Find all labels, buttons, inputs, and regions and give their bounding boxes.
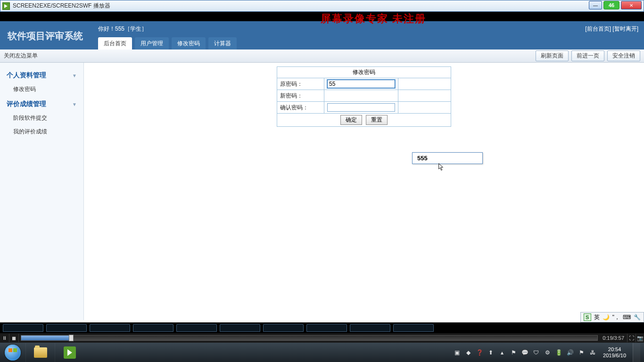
leave-link[interactable]: [暂时离开] [612,25,638,32]
window-titlebar: SCREEN2EXE/SCREEN2SWF 播放器 — 46 ✕ [0,0,644,12]
folder-icon [34,347,47,358]
comma-icon[interactable]: "， [612,313,620,321]
stub [90,324,130,332]
ime-lang[interactable]: 英 [594,313,600,321]
sidebar-item-my-grades[interactable]: 我的评价成绩 [0,125,83,139]
tab-user-manage[interactable]: 用户管理 [135,37,169,49]
form-title: 修改密码 [277,67,451,78]
toggle-sidebar-link[interactable]: 关闭左边菜单 [4,52,38,60]
show-desktop-button[interactable] [633,343,640,362]
reset-button[interactable]: 重置 [366,115,388,125]
tab-backend-home[interactable]: 后台首页 [98,37,132,49]
play-icon [64,346,76,359]
app-header: 屏幕录像专家 未注册 软件项目评审系统 你好！555［学生］ [前台首页] [暂… [0,21,644,49]
new-password-input[interactable] [327,91,395,100]
stub [306,324,347,332]
stub [393,324,434,332]
network-icon[interactable]: 🖧 [589,349,596,356]
body-wrap: 个人资料管理 ▼ 修改密码 评价成绩管理 ▼ 阶段软件提交 我的评价成绩 修改密… [0,63,644,320]
stub [350,324,390,332]
windows-icon [5,345,21,361]
window-title: SCREEN2EXE/SCREEN2SWF 播放器 [13,2,110,10]
sidebar: 个人资料管理 ▼ 修改密码 评价成绩管理 ▼ 阶段软件提交 我的评价成绩 [0,63,84,320]
tab-calculator[interactable]: 计算器 [208,37,237,49]
watermark-text: 屏幕录像专家 未注册 [321,12,426,26]
camera-button[interactable]: 📷 [636,334,644,342]
seek-progress [21,336,69,340]
spacer [398,90,451,102]
stub [46,324,87,332]
confirm-password-label: 确认密码： [277,102,324,114]
old-password-label: 原密码： [277,78,324,90]
time-display: 0:19/3:57 [600,335,627,341]
pause-button[interactable]: ⏸ [0,334,9,342]
tray-icon[interactable]: ◆ [464,349,472,356]
fullscreen-button[interactable]: ⛶ [627,334,636,342]
tray-icon[interactable]: ▣ [453,349,461,356]
sidebar-item-change-password[interactable]: 修改密码 [0,82,83,96]
battery-icon[interactable]: 🔋 [555,349,562,356]
app-icon [2,2,10,10]
refresh-button[interactable]: 刷新页面 [536,50,569,61]
tray-icon[interactable]: ⬆ [487,349,495,356]
confirm-password-input[interactable] [327,103,395,112]
ime-tray[interactable]: S 英 🌙 "， ⌨ 🔧 [580,312,644,322]
flag-icon[interactable]: ⚑ [578,349,585,356]
greeting-text: 你好！555［学生］ [98,25,147,33]
player-bar: ⏸ ◼ 0:19/3:57 ⛶ 📷 [0,333,644,343]
system-tray: ▣ ◆ ❓ ⬆ ▴ ⚑ 💬 🛡 ⚙ 🔋 🔊 ⚑ 🖧 20:54 2019/6/1… [453,343,644,362]
seek-thumb[interactable] [69,335,74,341]
forward-button[interactable]: 前进一页 [571,50,604,61]
chevron-up-icon[interactable]: ▴ [498,349,506,356]
sidebar-group-grades-label: 评价成绩管理 [7,100,46,108]
clock[interactable]: 20:54 2019/6/10 [600,346,629,359]
stub [176,324,217,332]
header-links: [前台首页] [暂时离开] [585,25,638,33]
password-form: 修改密码 原密码： 新密码： 确认密码： 确定 重置 [277,66,451,127]
stub [3,324,43,332]
sidebar-group-grades[interactable]: 评价成绩管理 ▼ [0,96,83,111]
nav-tabs: 后台首页 用户管理 修改密码 计算器 [98,37,237,49]
tray-icon[interactable]: 💬 [521,349,528,356]
keyboard-icon[interactable]: ⌨ [623,314,631,321]
task-player[interactable] [55,343,84,362]
sidebar-item-stage-submit[interactable]: 阶段软件提交 [0,111,83,125]
tray-icon[interactable]: ⚙ [544,349,551,356]
clock-date: 2019/6/10 [603,353,626,359]
autocomplete-popup: 555 [412,152,483,164]
spacer [398,78,451,90]
tray-icon[interactable]: ❓ [476,349,483,356]
wrench-icon[interactable]: 🔧 [634,314,641,321]
stub [263,324,304,332]
volume-icon[interactable]: 🔊 [566,349,574,356]
tray-icon[interactable]: ⚑ [510,349,517,356]
seek-track[interactable] [21,335,598,341]
ime-logo-icon[interactable]: S [584,313,591,321]
tab-change-password[interactable]: 修改密码 [172,37,206,49]
chevron-down-icon: ▼ [72,102,77,107]
recorder-badge: 46 [603,1,619,9]
clock-time: 20:54 [603,346,626,353]
submit-button[interactable]: 确定 [340,115,362,125]
spacer [398,102,451,114]
sidebar-group-profile[interactable]: 个人资料管理 ▼ [0,67,83,82]
old-password-input[interactable] [327,80,395,88]
task-explorer[interactable] [25,343,55,362]
content-area: 修改密码 原密码： 新密码： 确认密码： 确定 重置 5 [84,63,644,320]
front-home-link[interactable]: [前台首页] [585,25,611,32]
stub [220,324,260,332]
close-button[interactable]: ✕ [621,1,642,9]
logout-button[interactable]: 安全注销 [607,50,640,61]
autocomplete-item[interactable]: 555 [413,153,482,164]
cursor-icon [438,163,445,172]
toolbar: 关闭左边菜单 刷新页面 前进一页 安全注销 [0,49,644,63]
stub [133,324,173,332]
taskbar: ▣ ◆ ❓ ⬆ ▴ ⚑ 💬 🛡 ⚙ 🔋 🔊 ⚑ 🖧 20:54 2019/6/1… [0,343,644,362]
moon-icon[interactable]: 🌙 [603,314,610,321]
system-title: 软件项目评审系统 [8,30,83,42]
start-button[interactable] [0,343,25,362]
new-password-label: 新密码： [277,90,324,102]
shield-icon[interactable]: 🛡 [532,349,540,356]
stop-button[interactable]: ◼ [9,334,19,342]
minimize-button[interactable]: — [589,1,602,9]
